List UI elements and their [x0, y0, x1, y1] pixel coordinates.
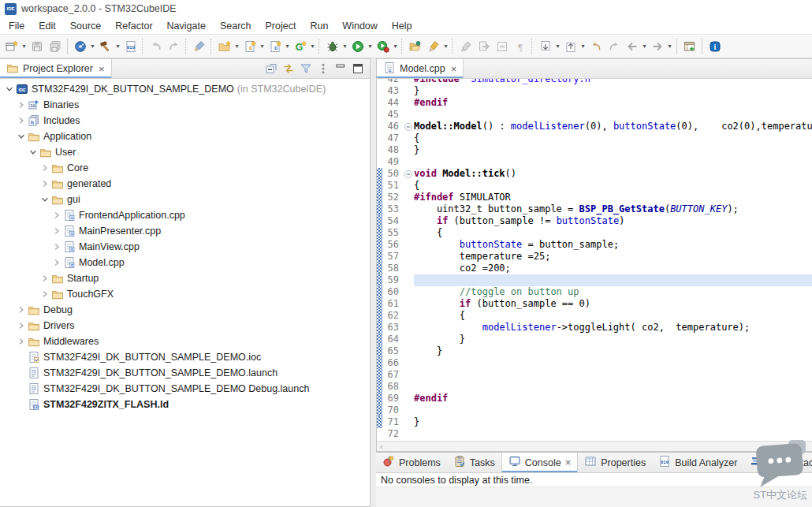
- tree-item-generated[interactable]: generated: [0, 176, 370, 192]
- line-number[interactable]: 60: [382, 286, 403, 298]
- chevron-down-icon[interactable]: [39, 193, 50, 206]
- next-annotation-button[interactable]: [537, 37, 553, 56]
- tree-item-middlewares[interactable]: Middlewares: [0, 334, 370, 349]
- tree-item-model-cpp[interactable]: cModel.cpp: [0, 255, 370, 270]
- tree-item-core[interactable]: Core: [0, 160, 370, 176]
- tree-item-drivers[interactable]: Drivers: [0, 318, 370, 334]
- code-text[interactable]: #endif: [414, 393, 812, 404]
- code-text[interactable]: void Model::tick(): [414, 168, 812, 180]
- tree-item-startup[interactable]: Startup: [0, 270, 370, 286]
- build-button[interactable]: [97, 37, 114, 56]
- open-perspective-button[interactable]: [681, 37, 698, 56]
- chevron-right-icon[interactable]: [39, 288, 50, 300]
- code-text[interactable]: buttonState = button_sample;: [414, 239, 812, 251]
- chevron-right-icon[interactable]: [51, 225, 62, 237]
- tab-project-explorer[interactable]: Project Explorer ×: [0, 59, 112, 78]
- link-with-editor-icon[interactable]: [281, 62, 296, 76]
- menu-file[interactable]: File: [2, 19, 32, 33]
- chevron-down-icon[interactable]: [16, 130, 27, 143]
- close-icon[interactable]: ×: [99, 63, 105, 75]
- code-text[interactable]: #endif: [414, 97, 812, 109]
- line-number[interactable]: 64: [382, 334, 403, 345]
- code-text[interactable]: }: [414, 334, 812, 345]
- device-configuration-dropdown-icon[interactable]: ▾: [89, 37, 96, 56]
- tree-item-user[interactable]: User: [0, 144, 370, 160]
- build-dropdown-icon[interactable]: ▾: [114, 37, 121, 56]
- line-number[interactable]: 42: [382, 79, 403, 85]
- close-icon[interactable]: ×: [451, 63, 457, 75]
- tree-item-touchgfx[interactable]: TouchGFX: [0, 286, 370, 302]
- line-number[interactable]: 72: [382, 428, 403, 440]
- code-text[interactable]: {: [414, 310, 812, 322]
- forward-button[interactable]: [649, 37, 665, 56]
- chevron-right-icon[interactable]: [16, 304, 27, 316]
- new-c-file-button[interactable]: c: [266, 37, 283, 56]
- chevron-right-icon[interactable]: [16, 335, 27, 348]
- chevron-down-icon[interactable]: [4, 83, 15, 95]
- code-text[interactable]: {: [414, 180, 812, 192]
- code-text[interactable]: [414, 109, 812, 121]
- fold-collapse-icon[interactable]: [403, 121, 414, 132]
- tree-item-mainpresenter-cpp[interactable]: cMainPresenter.cpp: [0, 223, 370, 239]
- tree-item-stm32f429i-dk-button-sample-demo-launch[interactable]: STM32F429I_DK_BUTTON_SAMPLE_DEMO.launch: [0, 365, 370, 381]
- line-number[interactable]: 71: [382, 416, 403, 428]
- tree-item-gui[interactable]: gui: [0, 192, 370, 207]
- view-menu-icon[interactable]: [316, 62, 330, 76]
- chevron-right-icon[interactable]: [51, 240, 62, 253]
- toggle-marker-button[interactable]: [425, 37, 441, 56]
- sash-divider[interactable]: [371, 58, 376, 507]
- device-configuration-button[interactable]: [72, 37, 88, 56]
- chevron-right-icon[interactable]: [39, 177, 50, 190]
- tree-item-mainview-cpp[interactable]: cMainView.cpp: [0, 239, 370, 255]
- code-text[interactable]: temperature =25;: [414, 251, 812, 263]
- next-annotation-dropdown-icon[interactable]: ▾: [554, 37, 561, 56]
- new-c-source-button[interactable]: c: [241, 37, 258, 56]
- tab-tasks[interactable]: Tasks: [447, 453, 501, 472]
- chevron-right-icon[interactable]: [16, 319, 27, 332]
- collapse-all-icon[interactable]: [264, 62, 278, 76]
- code-editor[interactable]: 42#include "Simulator_directory.h"43}44#…: [377, 79, 812, 441]
- build-binary-button[interactable]: 010: [122, 37, 139, 56]
- line-number[interactable]: 48: [382, 144, 403, 156]
- code-text[interactable]: [414, 156, 812, 168]
- new-wizard-dropdown-icon[interactable]: ▾: [20, 37, 28, 56]
- tree-item-debug[interactable]: Debug: [0, 302, 370, 318]
- tree-item-stm32f429i-dk-button-sample-demo-ioc[interactable]: STM32F429I_DK_BUTTON_SAMPLE_DEMO.ioc: [0, 349, 370, 365]
- chevron-right-icon[interactable]: [16, 99, 27, 111]
- code-text[interactable]: modelListener->toggleLight( co2, tempera…: [414, 322, 812, 334]
- new-wizard-button[interactable]: [3, 37, 20, 56]
- code-text[interactable]: [414, 357, 812, 369]
- line-number[interactable]: 49: [382, 156, 403, 168]
- code-text[interactable]: //toggle on button up: [414, 286, 812, 298]
- menu-edit[interactable]: Edit: [32, 19, 63, 33]
- last-edit-location-button[interactable]: [587, 37, 604, 56]
- code-text[interactable]: Model::Model() : modelListener(0), butto…: [414, 121, 812, 132]
- code-text[interactable]: [414, 369, 812, 381]
- fold-collapse-icon[interactable]: [403, 168, 414, 180]
- code-text[interactable]: #include "Simulator_directory.h": [414, 79, 812, 85]
- line-number[interactable]: 62: [382, 310, 403, 322]
- previous-annotation-dropdown-icon[interactable]: ▾: [579, 37, 587, 56]
- menu-window[interactable]: Window: [335, 19, 384, 33]
- debug-dropdown-icon[interactable]: ▾: [341, 37, 348, 56]
- code-text[interactable]: [414, 274, 812, 286]
- chevron-right-icon[interactable]: [51, 209, 62, 222]
- code-text[interactable]: [414, 381, 812, 393]
- new-c-class-button[interactable]: [216, 37, 233, 56]
- menu-search[interactable]: Search: [213, 19, 259, 33]
- chevron-down-icon[interactable]: [28, 146, 39, 158]
- forward-dropdown-icon[interactable]: ▾: [666, 37, 673, 56]
- code-text[interactable]: [414, 428, 812, 440]
- menu-help[interactable]: Help: [385, 19, 419, 33]
- menu-project[interactable]: Project: [259, 19, 304, 33]
- code-text[interactable]: uint32_t button_sample = BSP_PB_GetState…: [414, 203, 812, 215]
- tab-static-stack-analyzer[interactable]: Static Stack Analyzer: [743, 453, 812, 472]
- code-text[interactable]: }: [414, 416, 812, 428]
- code-text[interactable]: co2 =200;: [414, 263, 812, 274]
- line-number[interactable]: 66: [382, 357, 403, 369]
- info-button[interactable]: i: [706, 37, 723, 56]
- code-text[interactable]: [414, 404, 812, 416]
- run-button[interactable]: [349, 37, 366, 56]
- profile-dropdown-icon[interactable]: ▾: [392, 37, 399, 56]
- line-number[interactable]: 44: [382, 97, 403, 109]
